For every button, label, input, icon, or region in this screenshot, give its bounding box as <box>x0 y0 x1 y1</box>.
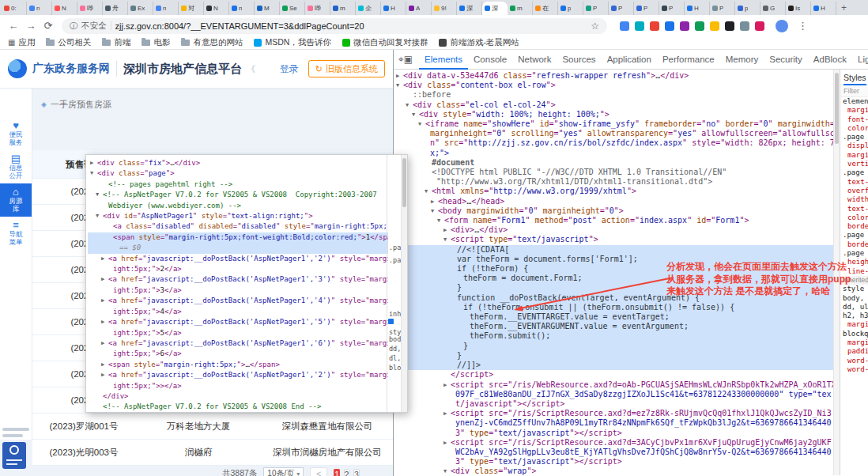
code-line[interactable]: ▶<a href="javascript:__doPostBack('AspNe… <box>88 254 388 264</box>
bookmark-item[interactable]: ▦应用 <box>8 37 35 48</box>
expand-arrow-icon[interactable]: ▼ <box>90 168 97 179</box>
expand-arrow-icon[interactable]: ▶ <box>90 158 97 168</box>
browser-tab[interactable]: P <box>583 2 609 15</box>
code-line[interactable]: ▼<div style="width: 100%; height: 100%;"… <box>394 110 833 119</box>
devtools-tab-network[interactable]: Network <box>512 50 557 70</box>
prev-page-button[interactable]: < <box>310 467 327 476</box>
code-line[interactable]: "http://www.w3.org/TR/xhtml1/DTD/xhtml1-… <box>394 177 833 187</box>
expand-arrow-icon[interactable]: ▶ <box>101 338 108 349</box>
collapse-chevron-icon[interactable]: 《 <box>247 63 255 75</box>
code-line[interactable]: <span style="margin-right:5px;font-weigh… <box>88 232 388 243</box>
page-size-select[interactable]: 10条/页 ▾ <box>263 467 304 476</box>
expand-arrow-icon[interactable]: ▼ <box>406 100 413 110</box>
code-line[interactable]: ight:5px;">2</a> <box>88 264 388 274</box>
code-line[interactable]: marginheight="0" scrolling="yes" allowtr… <box>394 129 833 138</box>
bookmark-item[interactable]: MSDN，我告诉你 <box>254 37 330 48</box>
code-line[interactable]: <!DOCTYPE html PUBLIC "-//W3C//DTD XHTML… <box>394 168 833 177</box>
expand-arrow-icon[interactable]: ▼ <box>431 206 438 216</box>
code-line[interactable]: ▶<a href="javascript:__doPostBack('AspNe… <box>88 338 388 349</box>
code-line[interactable]: ▶<a href="javascript:__doPostBack('AspNe… <box>88 370 388 380</box>
code-line[interactable]: ▶<div data-v-53e447d6 class="refresh-wra… <box>394 71 833 81</box>
legacy-system-button[interactable]: ↻ 旧版信息系统 <box>308 60 385 77</box>
scrollbar-thumb[interactable] <box>835 73 839 144</box>
expand-arrow-icon[interactable]: ▶ <box>101 317 108 327</box>
browser-tab[interactable]: p <box>735 2 760 15</box>
expand-arrow-icon[interactable]: ▶ <box>101 296 108 306</box>
new-tab-button[interactable]: + <box>841 2 847 13</box>
expand-arrow-icon[interactable]: ▼ <box>96 190 103 200</box>
browser-tab[interactable]: N <box>204 2 229 15</box>
code-line[interactable]: ▼<!-- AspNetPager V7.0.2 for VS2005 & VS… <box>88 190 388 200</box>
browser-tab[interactable]: m <box>330 2 356 15</box>
code-line[interactable]: t/javascript"></script> <box>394 399 833 409</box>
code-line[interactable]: theForm.submit(); <box>394 331 833 341</box>
sidebar-item-nav-menu[interactable]: ≡导航菜单 <box>0 217 32 250</box>
browser-tab[interactable]: m <box>508 2 533 15</box>
page-button[interactable]: 1 <box>334 469 340 476</box>
browser-tab[interactable]: 哔 <box>77 2 103 15</box>
browser-tab[interactable]: p <box>558 2 583 15</box>
cert-cell[interactable]: (2023)光明003号 <box>32 440 135 465</box>
styles-tab[interactable]: Styles <box>843 70 866 85</box>
expand-arrow-icon[interactable]: ▶ <box>101 254 108 264</box>
sidebar-item-convenience-service[interactable]: ♥便民服务 <box>0 117 32 150</box>
bookmark-item[interactable]: 公司相关 <box>46 37 91 48</box>
checkbox-icon[interactable] <box>388 319 394 324</box>
code-line[interactable]: if (!theForm.onsubmit || (theForm.onsubm… <box>394 303 833 312</box>
extension-icon[interactable] <box>665 21 674 31</box>
browser-tab[interactable]: G <box>760 2 786 15</box>
code-line[interactable]: </div> <box>88 391 388 402</box>
code-line[interactable]: <!-- AspNetPager V7.0.2 for VS2005 & VS2… <box>88 402 388 410</box>
expand-arrow-icon[interactable]: ▶ <box>443 225 451 235</box>
code-line[interactable]: //<![CDATA[ <box>394 245 833 255</box>
expand-arrow-icon[interactable]: ▼ <box>425 187 432 196</box>
browser-tab[interactable]: 深 <box>457 2 482 15</box>
bookmark-item[interactable]: 有意思的网站 <box>181 37 243 48</box>
extension-icon[interactable] <box>635 21 644 31</box>
browser-tab[interactable]: P <box>710 2 735 15</box>
code-line[interactable]: WC2bAv_YA92gSlHgpLLv3eu8tE_KjYATlgVhsDve… <box>394 448 833 457</box>
browser-tab[interactable]: A <box>406 2 432 15</box>
code-line[interactable]: ▼<div id="AspNetPager1" style="text-alig… <box>88 211 388 221</box>
expand-arrow-icon[interactable]: ▶ <box>431 197 438 206</box>
expand-arrow-icon[interactable]: ▶ <box>396 71 403 81</box>
code-line[interactable]: ▼<form name="Form1" method="post" action… <box>394 216 833 225</box>
code-line[interactable]: ynenZj-vC6mdZ5ffUnv7hA8P09L1myTRr84zNNpm… <box>394 418 833 428</box>
code-line[interactable]: 3" type="text/javascript"></script> <box>394 457 833 467</box>
code-line[interactable]: #document <box>394 158 833 168</box>
device-toolbar-icon[interactable]: ▣ <box>404 54 413 65</box>
browser-tab[interactable]: N <box>52 2 77 15</box>
expand-arrow-icon[interactable]: ▼ <box>437 216 444 225</box>
expand-arrow-icon[interactable]: ▼ <box>396 81 403 90</box>
code-line[interactable]: ▶<a href="javascript:__doPostBack('AspNe… <box>88 274 388 285</box>
code-line[interactable]: ight:5px;">5</a> <box>88 328 388 338</box>
expand-arrow-icon[interactable]: ▶ <box>101 370 108 380</box>
sidebar-item-housing-library[interactable]: ⌂房源库 <box>0 183 32 217</box>
expand-arrow-icon[interactable]: ▼ <box>443 467 451 475</box>
devtools-tab-performance[interactable]: Performance <box>657 50 720 70</box>
reload-icon[interactable]: ⟳ <box>41 20 55 32</box>
sidebar-item-info-disclosure[interactable]: ▤信息公开 <box>0 150 32 183</box>
extension-icon[interactable] <box>755 21 764 31</box>
styles-filter-input[interactable]: Filter <box>840 85 868 97</box>
browser-tab[interactable]: 深 <box>482 2 508 15</box>
code-line[interactable]: theForm.__EVENTTARGET.value = eventTarge… <box>394 312 833 322</box>
browser-tab[interactable]: P <box>609 2 634 15</box>
bookmark-item[interactable]: 电影 <box>142 37 170 48</box>
code-line[interactable]: ▼<html xmlns="http://www.w3.org/1999/xht… <box>394 187 833 196</box>
browser-tab[interactable]: H <box>381 2 406 15</box>
devtools-tab-adblock[interactable]: AdBlock <box>808 50 852 70</box>
browser-tab[interactable]: H <box>685 2 710 15</box>
browser-tab[interactable]: P <box>659 2 685 15</box>
code-line[interactable]: } <box>394 342 833 351</box>
devtools-tab-console[interactable]: Console <box>468 50 512 70</box>
expand-arrow-icon[interactable]: ▶ <box>443 438 451 448</box>
code-line[interactable]: ight:5px;">6</a> <box>88 349 388 359</box>
code-line[interactable]: ▼<div class="wrap"> <box>394 467 833 475</box>
code-line[interactable]: ▼<body marginwidth="0" marginheight="0"> <box>394 206 833 216</box>
code-line[interactable]: ▶<div class="fix">…</div> <box>88 158 388 168</box>
code-line[interactable]: } <box>394 351 833 361</box>
overlay-scrollbar[interactable] <box>401 155 407 412</box>
omnibox[interactable]: ⓘ 不安全 zjj.sz.gov.cn:8004/?__EVENTARGUMEN… <box>62 18 607 34</box>
browser-tab[interactable]: 对 <box>179 2 204 15</box>
